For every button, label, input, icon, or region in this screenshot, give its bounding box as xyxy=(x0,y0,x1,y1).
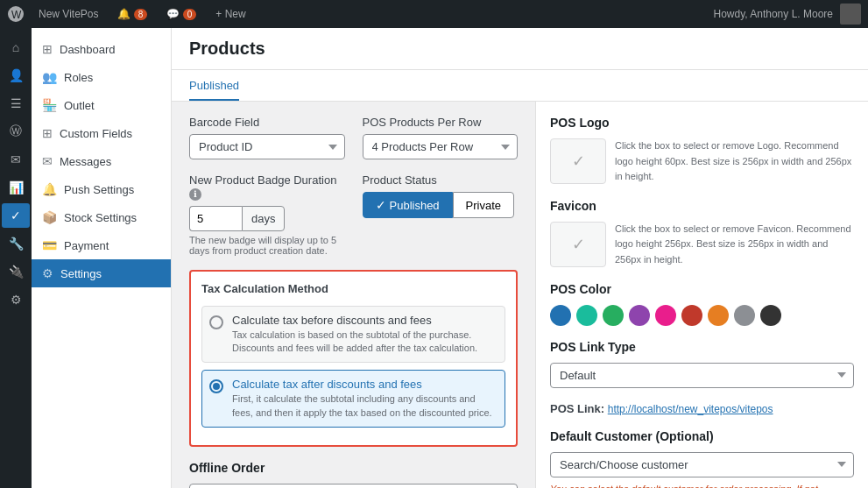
pos-per-row-group: POS Products Per Row 4 Products Per Row xyxy=(363,116,519,159)
icon-sidebar-woo[interactable]: Ⓦ xyxy=(2,119,30,144)
new-button[interactable]: + New xyxy=(210,6,251,22)
admin-bar-left: W New VitePos 🔔 8 💬 0 + New xyxy=(7,5,706,23)
color-swatch-green[interactable] xyxy=(603,305,624,326)
tab-published[interactable]: Published xyxy=(189,70,239,101)
offline-order-select[interactable]: Enable xyxy=(189,484,518,488)
right-panel: POS Logo ✓ Click the box to select or re… xyxy=(535,102,868,488)
default-customer-title: Default Customer (Optional) xyxy=(550,429,854,443)
badge-duration-group: New Product Badge Duration ℹ days The ne… xyxy=(189,173,345,256)
barcode-field-label: Barcode Field xyxy=(189,116,345,129)
tab-bar: Published xyxy=(172,70,868,102)
main-sidebar: ⊞ Dashboard 👥 Roles 🏪 Outlet ⊞ Custom Fi… xyxy=(32,28,172,488)
color-swatch-gray[interactable] xyxy=(734,305,755,326)
pos-color-title: POS Color xyxy=(550,282,854,296)
icon-sidebar-chart[interactable]: 📊 xyxy=(2,175,30,200)
sidebar-label-roles: Roles xyxy=(64,71,93,84)
pos-logo-title: POS Logo xyxy=(550,116,854,130)
pos-link-url[interactable]: http://localhost/new_vitepos/vitepos xyxy=(608,403,773,415)
icon-sidebar-users[interactable]: 👤 xyxy=(2,63,30,88)
offline-order-title: Offline Order xyxy=(189,461,518,475)
main-content: Products Published Barcode Field Product… xyxy=(172,28,868,488)
status-btn-published[interactable]: ✓ Published xyxy=(363,192,453,218)
site-name[interactable]: New VitePos xyxy=(33,6,103,22)
page-title: Products xyxy=(189,39,850,59)
status-btn-private[interactable]: Private xyxy=(453,192,514,218)
left-panel: Barcode Field Product ID POS Products Pe… xyxy=(172,102,535,488)
color-swatch-orange[interactable] xyxy=(708,305,729,326)
main-layout: ⌂ 👤 ☰ Ⓦ ✉ 📊 ✓ 🔧 🔌 ⚙ ⊞ Dashboard 👥 Roles … xyxy=(0,28,868,488)
sidebar-label-settings: Settings xyxy=(60,267,102,280)
icon-sidebar-pos[interactable]: ✓ xyxy=(2,203,30,228)
sidebar-item-stock-settings[interactable]: 📦 Stock Settings xyxy=(32,203,171,231)
pos-color-section: POS Color xyxy=(550,282,854,326)
icon-sidebar-home[interactable]: ⌂ xyxy=(2,35,30,60)
badge-duration-label: New Product Badge Duration ℹ xyxy=(189,173,345,201)
tax-option-after-title: Calculate tax after discounts and fees xyxy=(232,378,498,391)
icon-sidebar-settings[interactable]: ⚙ xyxy=(2,287,30,312)
barcode-pos-row: Barcode Field Product ID POS Products Pe… xyxy=(189,116,518,159)
pos-link-section: POS Link: http://localhost/new_vitepos/v… xyxy=(550,402,854,415)
product-status-group: Product Status ✓ Published Private xyxy=(363,173,519,256)
messages-icon: ✉ xyxy=(42,154,53,168)
icon-sidebar-tools[interactable]: 🔧 xyxy=(2,231,30,256)
notifications-badge[interactable]: 🔔 8 xyxy=(112,6,152,22)
icon-sidebar-menu[interactable]: ☰ xyxy=(2,91,30,116)
pos-logo-placeholder[interactable]: ✓ xyxy=(550,138,606,184)
offline-order-section: Offline Order Enable Warning, offline or… xyxy=(189,461,518,488)
default-customer-section: Default Customer (Optional) Search/Choos… xyxy=(550,429,854,488)
sidebar-item-payment[interactable]: 💳 Payment xyxy=(32,231,171,259)
sidebar-item-settings[interactable]: ⚙ Settings xyxy=(32,259,171,287)
sidebar-label-messages: Messages xyxy=(60,155,111,168)
stock-settings-icon: 📦 xyxy=(42,210,57,224)
color-swatches xyxy=(550,305,854,326)
sidebar-label-outlet: Outlet xyxy=(64,99,95,112)
tax-option-before-desc: Tax calculation is based on the subtotal… xyxy=(232,329,498,356)
product-status-label: Product Status xyxy=(363,173,519,187)
admin-bar: W New VitePos 🔔 8 💬 0 + New Howdy, Antho… xyxy=(0,0,868,28)
badge-duration-info-icon[interactable]: ℹ xyxy=(189,188,201,201)
default-customer-warning: You can select the default customer for … xyxy=(550,483,854,488)
color-swatch-black[interactable] xyxy=(760,305,781,326)
default-customer-select[interactable]: Search/Choose customer xyxy=(550,452,854,477)
color-swatch-purple[interactable] xyxy=(629,305,650,326)
sidebar-item-outlet[interactable]: 🏪 Outlet xyxy=(32,91,171,119)
sidebar-item-dashboard[interactable]: ⊞ Dashboard xyxy=(32,35,171,63)
tax-radio-before xyxy=(209,315,223,329)
favicon-placeholder[interactable]: ✓ xyxy=(550,222,606,267)
icon-sidebar-plugins[interactable]: 🔌 xyxy=(2,259,30,284)
barcode-field-group: Barcode Field Product ID xyxy=(189,116,345,159)
push-settings-icon: 🔔 xyxy=(42,182,57,196)
favicon-title: Favicon xyxy=(550,199,854,213)
color-swatch-blue[interactable] xyxy=(550,305,571,326)
sidebar-item-roles[interactable]: 👥 Roles xyxy=(32,63,171,91)
badge-duration-input[interactable] xyxy=(189,206,242,231)
comments-badge[interactable]: 💬 0 xyxy=(161,6,201,22)
pos-link-type-select[interactable]: Default xyxy=(550,363,854,388)
color-swatch-pink[interactable] xyxy=(655,305,676,326)
tax-option-before[interactable]: Calculate tax before discounts and fees … xyxy=(201,306,505,364)
tax-calculation-title: Tax Calculation Method xyxy=(201,282,505,295)
pos-link-type-title: POS Link Type xyxy=(550,340,854,354)
badge-status-row: New Product Badge Duration ℹ days The ne… xyxy=(189,173,518,256)
payment-icon: 💳 xyxy=(42,238,57,252)
sidebar-item-messages[interactable]: ✉ Messages xyxy=(32,147,171,175)
tax-option-after[interactable]: Calculate tax after discounts and fees F… xyxy=(201,370,505,428)
icon-sidebar-mail[interactable]: ✉ xyxy=(2,147,30,172)
pos-link-label: POS Link: xyxy=(550,402,604,415)
pos-logo-desc: Click the box to select or remove Logo. … xyxy=(615,138,854,185)
color-swatch-teal[interactable] xyxy=(576,305,597,326)
sidebar-label-payment: Payment xyxy=(64,239,109,252)
badge-duration-wrapper: days xyxy=(189,206,345,231)
content-area: Barcode Field Product ID POS Products Pe… xyxy=(172,102,868,488)
tax-option-before-content: Calculate tax before discounts and fees … xyxy=(232,314,498,356)
favicon-section: Favicon ✓ Click the box to select or rem… xyxy=(550,199,854,268)
sidebar-item-push-settings[interactable]: 🔔 Push Settings xyxy=(32,175,171,203)
outlet-icon: 🏪 xyxy=(42,98,57,112)
pos-per-row-select[interactable]: 4 Products Per Row xyxy=(363,134,519,159)
pos-link-type-section: POS Link Type Default xyxy=(550,340,854,388)
barcode-field-select[interactable]: Product ID xyxy=(189,134,345,159)
badge-duration-hint: The new badge will display up to 5 days … xyxy=(189,235,345,256)
sidebar-item-custom-fields[interactable]: ⊞ Custom Fields xyxy=(32,119,171,147)
color-swatch-red[interactable] xyxy=(681,305,702,326)
pos-logo-section: POS Logo ✓ Click the box to select or re… xyxy=(550,116,854,185)
